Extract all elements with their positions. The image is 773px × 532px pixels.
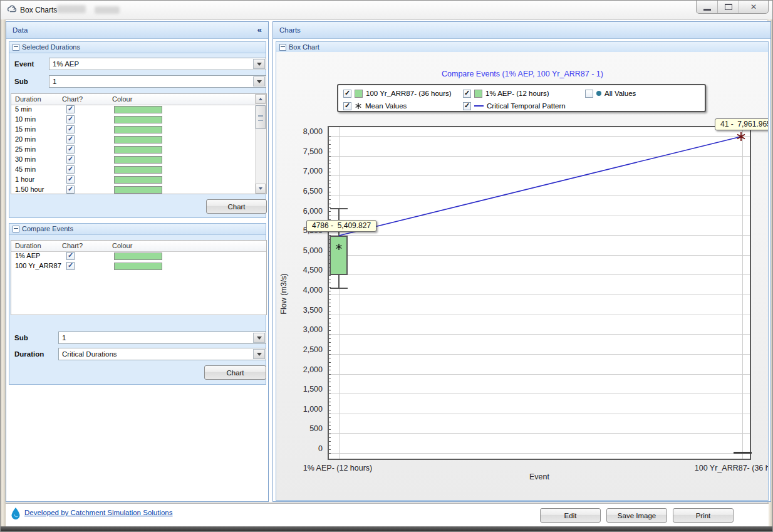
dropdown-arrow-icon[interactable] (253, 333, 265, 343)
data-panel: Data « Selected Durations Event 1% AEP S… (6, 21, 269, 502)
critical-tp-line-icon (474, 105, 484, 107)
y-tick: 8,000 (285, 127, 323, 136)
colour-swatch[interactable] (114, 106, 162, 113)
legend-checkbox[interactable] (463, 90, 471, 98)
collapse-panel-button[interactable]: « (257, 22, 262, 38)
table-row[interactable]: 20 min (11, 135, 266, 145)
selected-durations-title: Selected Durations (22, 43, 80, 51)
col-colour: Colour (112, 95, 132, 103)
colour-swatch[interactable] (114, 146, 162, 154)
window-controls: ✕ (696, 1, 769, 14)
legend-checkbox[interactable] (343, 90, 351, 98)
title-bar[interactable]: Box Charts ✕ (1, 1, 773, 20)
scroll-down-button[interactable] (256, 184, 266, 194)
table-row[interactable]: 30 min (11, 155, 266, 165)
table-row[interactable]: 10 min (11, 115, 266, 125)
chart-checkbox[interactable] (66, 115, 75, 123)
compare-chart-button[interactable]: Chart (204, 365, 266, 380)
colour-swatch[interactable] (114, 116, 162, 123)
maximize-button[interactable] (717, 1, 739, 13)
durations-table: Duration Chart? Colour 5 min 10 min 15 m… (11, 93, 267, 194)
chart-checkbox[interactable] (66, 165, 75, 174)
selected-durations-header[interactable]: Selected Durations (9, 42, 266, 53)
table-row[interactable]: 5 min (11, 105, 266, 115)
legend-item: 1% AEP- (12 hours) (463, 89, 549, 98)
print-button[interactable]: Print (673, 508, 734, 523)
table-row[interactable]: 15 min (11, 125, 266, 135)
table-row[interactable]: 1 hour (11, 175, 266, 185)
window-frame-left (1, 19, 6, 526)
event-select-value: 1% AEP (49, 58, 266, 70)
table-row[interactable]: 1% AEP (11, 251, 266, 261)
compare-events-header[interactable]: Compare Events (9, 224, 266, 235)
all-values-dot-icon (596, 91, 601, 96)
colour-swatch[interactable] (114, 136, 162, 143)
duration-cell: 30 min (15, 155, 36, 163)
developer-link[interactable]: Developed by Catchment Simulation Soluti… (24, 509, 173, 516)
table-row[interactable]: 25 min (11, 145, 266, 155)
x-category-right: 100 Yr_ARR87- (36 hours) (691, 464, 768, 472)
colour-swatch[interactable] (114, 186, 162, 194)
sub-select-value: 1 (49, 76, 266, 87)
dropdown-arrow-icon[interactable] (253, 349, 265, 359)
colour-swatch[interactable] (114, 263, 162, 270)
table-row[interactable]: 100 Yr_ARR87 (11, 261, 266, 271)
duration-cell: 25 min (15, 145, 36, 153)
css-drop-logo (10, 507, 21, 519)
colour-swatch[interactable] (114, 156, 162, 164)
chart-checkbox[interactable] (66, 105, 75, 113)
table-scrollbar[interactable] (255, 94, 266, 194)
chart-checkbox[interactable] (66, 135, 75, 143)
sub-label: Sub (14, 334, 28, 342)
dropdown-arrow-icon[interactable] (253, 59, 265, 69)
tooltip-left: 4786 - 5,409.827 (306, 220, 376, 232)
collapse-group-icon[interactable] (13, 226, 19, 232)
legend-item: Critical Temporal Pattern (463, 102, 566, 110)
legend-checkbox[interactable] (585, 90, 593, 98)
table-row[interactable]: 45 min (11, 165, 266, 175)
chart-checkbox[interactable] (66, 125, 75, 133)
legend-label: 1% AEP- (12 hours) (485, 90, 549, 97)
colour-swatch[interactable] (114, 253, 162, 260)
duration-cell: 1.50 hour (15, 185, 44, 193)
chart-legend: 100 Yr_ARR87- (36 hours) 1% AEP- (12 hou… (337, 84, 706, 112)
dropdown-arrow-icon[interactable] (253, 76, 265, 86)
legend-item: Mean Values (343, 102, 407, 110)
colour-swatch[interactable] (114, 166, 162, 174)
box-charts-window: Box Charts ✕ Data « Selected Durations E… (0, 0, 773, 532)
chart-checkbox[interactable] (66, 155, 75, 164)
sub-select[interactable]: 1 (49, 75, 266, 88)
chart-checkbox[interactable] (66, 175, 75, 184)
event-cell: 1% AEP (15, 252, 40, 259)
chart-checkbox[interactable] (66, 145, 75, 154)
legend-checkbox[interactable] (463, 102, 471, 110)
colour-swatch[interactable] (114, 176, 162, 184)
legend-checkbox[interactable] (343, 102, 351, 110)
col-duration: Duration (15, 95, 41, 103)
duration-cell: 20 min (15, 135, 36, 143)
y-tick: 7,000 (285, 167, 323, 175)
collapse-group-icon[interactable] (279, 44, 286, 51)
compare-sub-select[interactable]: 1 (58, 331, 266, 344)
edit-button[interactable]: Edit (540, 508, 601, 523)
scrollbar-thumb[interactable] (256, 105, 266, 129)
duration-cell: 15 min (15, 125, 36, 133)
save-image-button[interactable]: Save Image (606, 508, 667, 523)
col-chart: Chart? (62, 95, 83, 103)
close-button[interactable]: ✕ (739, 1, 768, 13)
chart-checkbox[interactable] (66, 262, 75, 270)
data-panel-header: Data « (6, 22, 268, 39)
sub-label: Sub (14, 78, 28, 85)
minimize-button[interactable] (697, 1, 717, 13)
scroll-up-button[interactable] (256, 94, 266, 104)
collapse-group-icon[interactable] (13, 44, 19, 51)
chart-checkbox[interactable] (66, 252, 75, 260)
chart-checkbox[interactable] (66, 185, 75, 194)
colour-swatch[interactable] (114, 126, 162, 133)
event-select[interactable]: 1% AEP (49, 58, 266, 70)
durations-chart-button[interactable]: Chart (206, 199, 267, 214)
duration-cell: 5 min (15, 105, 32, 113)
compare-duration-select[interactable]: Critical Durations (58, 348, 266, 360)
data-panel-title: Data (13, 26, 28, 34)
table-row[interactable]: 1.50 hour (11, 185, 266, 194)
